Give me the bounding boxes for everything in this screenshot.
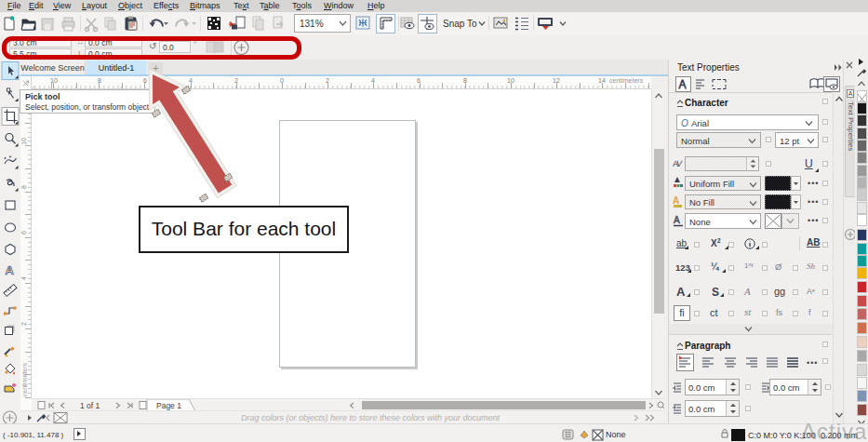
svg-text:A: A bbox=[679, 78, 687, 91]
svg-text:A: A bbox=[673, 195, 679, 206]
svg-text:Snap To: Snap To bbox=[443, 19, 477, 29]
svg-text:V: V bbox=[675, 159, 683, 168]
svg-text:•••: ••• bbox=[807, 358, 818, 368]
svg-text:131%: 131% bbox=[300, 19, 324, 29]
svg-text:A: A bbox=[674, 215, 680, 225]
svg-text:1 of 1: 1 of 1 bbox=[80, 401, 100, 410]
svg-text:Page 1: Page 1 bbox=[156, 401, 181, 410]
svg-text:Drag colors (or objects) here: Drag colors (or objects) here to store t… bbox=[241, 413, 501, 422]
svg-text:A: A bbox=[6, 263, 15, 277]
